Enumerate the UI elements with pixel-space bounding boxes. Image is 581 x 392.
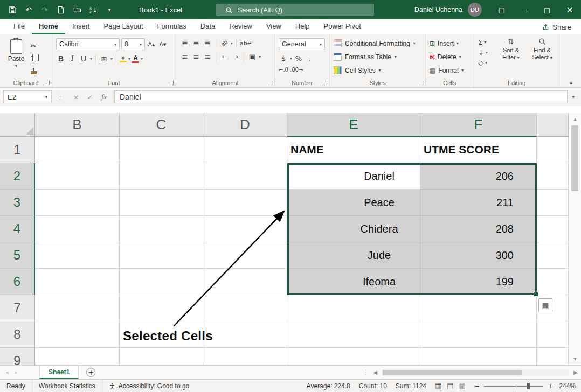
ribbon-display-options-icon[interactable]: ▤ [490, 0, 513, 19]
close-button[interactable]: × [558, 0, 581, 19]
zoom-slider[interactable] [484, 386, 543, 387]
dialog-launcher-icon[interactable] [323, 81, 327, 85]
share-button[interactable]: Share [542, 19, 571, 34]
cell-D1[interactable] [203, 137, 287, 163]
decrease-indent-button[interactable]: ← [219, 52, 229, 61]
redo-button[interactable]: ↷ [40, 5, 50, 15]
cell-E6[interactable]: Ifeoma [287, 269, 420, 295]
search-input[interactable] [237, 6, 361, 15]
font-size-select[interactable]: 8 ▾ [121, 38, 145, 50]
cell-B3[interactable] [35, 190, 120, 216]
vertical-scroll-thumb[interactable] [571, 125, 578, 191]
decrease-decimal-button[interactable]: .00→ [290, 65, 303, 75]
cell-B8[interactable] [35, 321, 120, 348]
column-header-E[interactable]: E [287, 113, 420, 137]
sheet-tab-sheet1[interactable]: Sheet1 [39, 366, 79, 379]
cell-G4[interactable] [537, 216, 569, 242]
row-header-8[interactable]: 8 [0, 321, 35, 348]
cell-B1[interactable] [35, 137, 120, 163]
zoom-in-button[interactable]: + [548, 383, 553, 389]
name-box[interactable]: E2 ▾ [3, 90, 52, 103]
cell-F2[interactable]: 206 [420, 163, 537, 190]
row-header-5[interactable]: 5 [0, 242, 35, 269]
row-header-2[interactable]: 2 [0, 163, 35, 190]
tab-view[interactable]: View [259, 19, 288, 34]
format-cells-button[interactable]: ▦ Format ▾ [430, 64, 471, 77]
underline-button[interactable]: U [79, 54, 88, 64]
row-header-6[interactable]: 6 [0, 269, 35, 295]
formula-input[interactable]: Daniel [114, 90, 568, 103]
new-sheet-button[interactable]: + [86, 368, 95, 377]
italic-button[interactable]: I [67, 54, 77, 64]
cell-D8[interactable] [203, 321, 287, 348]
wrap-text-button[interactable]: ab↵ [240, 38, 252, 48]
format-painter-button[interactable] [29, 68, 38, 78]
cell-D6[interactable] [203, 269, 287, 295]
cell-C1[interactable] [120, 137, 203, 163]
cell-F4[interactable]: 208 [420, 216, 537, 242]
column-header-D[interactable]: D [203, 113, 287, 137]
vertical-scrollbar[interactable]: ▴ ▾ [569, 113, 581, 365]
cell-F7[interactable] [420, 295, 537, 321]
scroll-up-icon[interactable]: ▴ [569, 114, 581, 124]
increase-decimal-button[interactable]: ←.0 [279, 65, 288, 75]
row-header-9[interactable]: 9 [0, 348, 35, 365]
merge-center-button[interactable]: ▣ [247, 52, 257, 61]
expand-formula-bar-button[interactable]: ▾ [572, 95, 575, 100]
cell-C3[interactable] [120, 190, 203, 216]
align-middle-button[interactable]: ≡ [191, 38, 201, 48]
account-name[interactable]: Daniel Uchenna [414, 6, 462, 13]
cell-B5[interactable] [35, 242, 120, 269]
page-layout-view-button[interactable]: ▤ [447, 382, 453, 389]
column-header-C[interactable]: C [120, 113, 203, 137]
fill-color-button[interactable]: ◆ [120, 55, 127, 62]
number-format-select[interactable]: General ▾ [279, 38, 325, 50]
new-file-button[interactable] [56, 5, 66, 15]
row-header-4[interactable]: 4 [0, 216, 35, 242]
cell-G1[interactable] [537, 137, 569, 163]
confirm-entry-button[interactable]: ✓ [83, 90, 97, 103]
save-button[interactable] [8, 5, 17, 15]
cell-D7[interactable] [203, 295, 287, 321]
cell-E5[interactable]: Jude [287, 242, 420, 269]
cell-E8[interactable] [287, 321, 420, 348]
page-break-view-button[interactable]: ▥ [459, 382, 466, 389]
cell-F3[interactable]: 211 [420, 190, 537, 216]
increase-indent-button[interactable]: → [231, 52, 240, 61]
cut-button[interactable]: ✂ [29, 41, 38, 51]
cell-E3[interactable]: Peace [287, 190, 420, 216]
accounting-format-button[interactable]: $ [279, 53, 288, 63]
avatar[interactable]: DU [468, 3, 482, 17]
align-right-button[interactable]: ≡ [203, 52, 212, 61]
tab-help[interactable]: Help [288, 19, 317, 34]
undo-button[interactable]: ↶ [24, 5, 33, 15]
cell-G2[interactable] [537, 163, 569, 190]
accessibility-status[interactable]: Accessibility: Good to go [102, 380, 196, 392]
tab-data[interactable]: Data [193, 19, 222, 34]
dialog-launcher-icon[interactable] [419, 81, 423, 85]
comma-style-button[interactable]: , [305, 53, 315, 63]
conditional-formatting-button[interactable]: Conditional Formatting ▾ [334, 37, 423, 50]
formula-bar-splitter[interactable]: ⋮ [57, 94, 64, 100]
font-color-button[interactable]: A [132, 54, 139, 63]
cell-D9[interactable] [203, 348, 287, 365]
cell-G3[interactable] [537, 190, 569, 216]
maximize-button[interactable]: □ [536, 0, 558, 19]
font-name-select[interactable]: Calibri ▾ [56, 38, 120, 50]
clear-button[interactable]: ◇ ▾ [478, 59, 494, 66]
dialog-launcher-icon[interactable] [169, 81, 174, 85]
tab-file[interactable]: File [6, 19, 32, 34]
cell-C7[interactable] [120, 295, 203, 321]
cell-F8[interactable] [420, 321, 537, 348]
dialog-launcher-icon[interactable] [45, 81, 50, 85]
column-header-partial[interactable] [537, 113, 569, 137]
increase-font-size-button[interactable]: A▴ [147, 39, 156, 49]
cell-B2[interactable] [35, 163, 120, 190]
collapse-ribbon-button[interactable]: ▴ [570, 80, 572, 85]
cell-B6[interactable] [35, 269, 120, 295]
align-bottom-button[interactable]: ≡ [203, 38, 212, 48]
row-header-7[interactable]: 7 [0, 295, 35, 321]
orientation-button[interactable]: ab [217, 36, 231, 50]
insert-cells-button[interactable]: ⊞ Insert ▾ [430, 37, 471, 50]
cell-B9[interactable] [35, 348, 120, 365]
